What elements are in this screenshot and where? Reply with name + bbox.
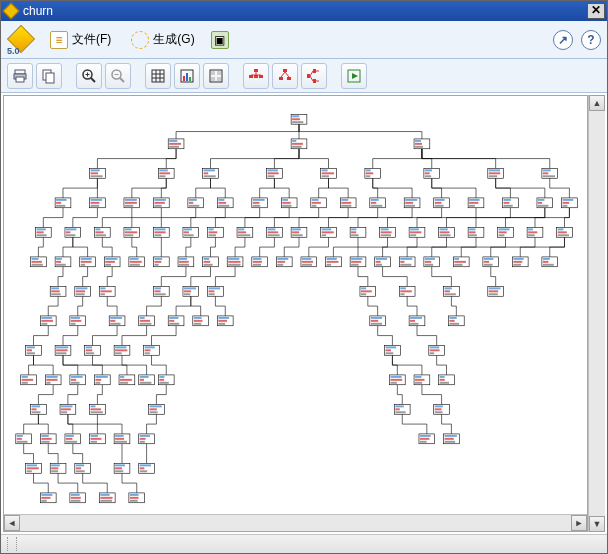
scroll-left-button[interactable]: ◄ (4, 515, 20, 531)
svg-rect-415 (86, 346, 92, 348)
svg-rect-175 (95, 228, 100, 230)
svg-rect-248 (56, 261, 61, 263)
view-chart-button[interactable] (174, 63, 200, 89)
svg-rect-240 (558, 231, 567, 233)
svg-rect-188 (184, 231, 189, 233)
svg-rect-30 (254, 75, 258, 78)
svg-rect-273 (204, 264, 213, 266)
menu-app[interactable]: ▣ (208, 28, 232, 52)
svg-rect-113 (154, 205, 161, 207)
app-icon: ▣ (211, 31, 229, 49)
svg-rect-209 (322, 234, 327, 236)
svg-rect-425 (145, 352, 150, 354)
svg-rect-461 (159, 382, 168, 384)
svg-rect-473 (440, 382, 449, 384)
svg-rect-307 (425, 258, 435, 260)
svg-rect-359 (445, 287, 452, 289)
svg-rect-51 (169, 140, 177, 142)
svg-rect-519 (140, 435, 150, 437)
vertical-scrollbar[interactable]: ▲ ▼ (588, 95, 605, 532)
svg-rect-279 (253, 258, 262, 260)
svg-rect-252 (81, 261, 92, 263)
svg-rect-496 (435, 408, 442, 410)
zoom-out-button[interactable] (105, 63, 131, 89)
zoom-in-button[interactable] (76, 63, 102, 89)
menu-generate[interactable]: 生成(G) (124, 28, 201, 52)
horizontal-scrollbar[interactable]: ◄ ► (4, 514, 587, 531)
svg-rect-57 (292, 146, 301, 148)
app-version: 5.0 (7, 46, 20, 56)
svg-rect-177 (95, 234, 106, 236)
scroll-down-button[interactable]: ▼ (589, 516, 605, 532)
external-icon: ↗ (558, 33, 568, 47)
svg-rect-433 (430, 352, 434, 354)
copy-button[interactable] (36, 63, 62, 89)
svg-rect-73 (204, 175, 216, 177)
print-button[interactable] (7, 63, 33, 89)
svg-rect-417 (86, 352, 95, 354)
svg-rect-319 (513, 258, 523, 260)
svg-rect-93 (489, 175, 497, 177)
svg-rect-255 (105, 258, 117, 260)
svg-rect-96 (543, 172, 548, 174)
svg-rect-272 (204, 261, 211, 263)
svg-rect-85 (366, 175, 370, 177)
svg-rect-143 (405, 199, 417, 201)
svg-rect-556 (71, 497, 81, 499)
generate-icon (131, 31, 149, 49)
svg-rect-104 (91, 202, 100, 204)
svg-rect-435 (22, 376, 28, 378)
svg-rect-553 (41, 500, 46, 502)
svg-rect-260 (130, 261, 142, 263)
svg-rect-236 (528, 231, 537, 233)
view-table-button[interactable] (145, 63, 171, 89)
go-button[interactable] (341, 63, 367, 89)
svg-rect-381 (140, 323, 152, 325)
svg-rect-195 (238, 228, 244, 230)
svg-rect-336 (100, 290, 111, 292)
svg-rect-308 (425, 261, 431, 263)
svg-rect-476 (32, 408, 37, 410)
svg-marker-45 (352, 73, 358, 79)
svg-rect-323 (543, 258, 550, 260)
svg-rect-80 (322, 172, 334, 174)
svg-rect-24 (211, 77, 215, 81)
external-link-button[interactable]: ↗ (553, 30, 573, 50)
svg-rect-201 (268, 234, 280, 236)
svg-rect-497 (435, 411, 443, 413)
svg-rect-287 (302, 258, 311, 260)
svg-rect-164 (563, 202, 570, 204)
file-icon: ≡ (50, 31, 68, 49)
svg-rect-213 (351, 234, 359, 236)
tree-mode-1-button[interactable] (243, 63, 269, 89)
svg-rect-449 (95, 382, 100, 384)
svg-rect-528 (445, 438, 454, 440)
menu-file[interactable]: ≡ 文件(F) (43, 28, 118, 52)
svg-rect-512 (91, 438, 102, 440)
tree-canvas[interactable] (4, 96, 587, 514)
svg-rect-184 (154, 231, 165, 233)
svg-rect-495 (435, 405, 443, 407)
svg-rect-316 (484, 261, 489, 263)
svg-rect-83 (366, 169, 371, 171)
svg-rect-277 (228, 264, 240, 266)
view-grid-button[interactable] (203, 63, 229, 89)
svg-rect-481 (61, 411, 67, 413)
help-button[interactable]: ? (581, 30, 601, 50)
tree-mode-2-button[interactable] (272, 63, 298, 89)
svg-rect-200 (268, 231, 279, 233)
svg-rect-237 (528, 234, 535, 236)
scroll-up-button[interactable]: ▲ (589, 95, 605, 111)
svg-rect-341 (154, 293, 165, 295)
svg-rect-377 (110, 323, 120, 325)
svg-rect-116 (189, 202, 193, 204)
svg-rect-263 (154, 258, 162, 260)
svg-rect-128 (282, 202, 290, 204)
app-diamond-icon (3, 3, 20, 20)
svg-rect-235 (528, 228, 533, 230)
svg-rect-292 (327, 261, 339, 263)
scroll-right-button[interactable]: ► (571, 515, 587, 531)
tree-mode-3-button[interactable] (301, 63, 327, 89)
close-button[interactable]: ✕ (587, 3, 605, 19)
svg-rect-117 (189, 205, 199, 207)
